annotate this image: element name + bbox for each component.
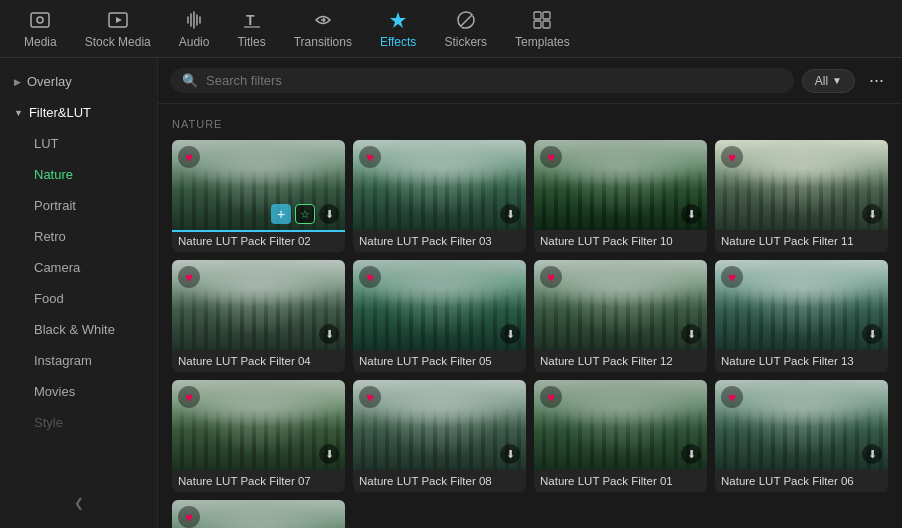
sidebar-item-nature[interactable]: Nature (6, 160, 151, 189)
sidebar-item-instagram[interactable]: Instagram (6, 346, 151, 375)
nav-stock-media[interactable]: Stock Media (71, 3, 165, 55)
titles-icon: T (241, 9, 263, 31)
filter-card-1[interactable]: ♥☆+⬇Nature LUT Pack Filter 02 (172, 140, 345, 252)
download-icon-11[interactable]: ⬇ (681, 444, 701, 464)
filter-card-7[interactable]: ♥⬇Nature LUT Pack Filter 12 (534, 260, 707, 372)
svg-rect-0 (31, 13, 49, 27)
svg-marker-6 (390, 12, 406, 28)
sidebar-collapse-button[interactable]: ❮ (0, 486, 157, 520)
filter-card-10[interactable]: ♥⬇Nature LUT Pack Filter 08 (353, 380, 526, 492)
nav-transitions[interactable]: Transitions (280, 3, 366, 55)
main-body: ▶ Overlay ▼ Filter&LUT LUT Nature Portra… (0, 58, 902, 528)
svg-point-1 (37, 17, 43, 23)
download-icon-7[interactable]: ⬇ (681, 324, 701, 344)
nav-stickers[interactable]: Stickers (430, 3, 501, 55)
effects-icon (387, 9, 409, 31)
filter-thumb-13: ♥⬇ (172, 500, 345, 528)
sidebar-item-retro[interactable]: Retro (6, 222, 151, 251)
more-options-button[interactable]: ··· (863, 68, 890, 93)
filter-thumb-7: ♥⬇ (534, 260, 707, 350)
heart-icon-4[interactable]: ♥ (721, 146, 743, 168)
heart-icon-2[interactable]: ♥ (359, 146, 381, 168)
filter-card-4[interactable]: ♥⬇Nature LUT Pack Filter 11 (715, 140, 888, 252)
heart-icon-6[interactable]: ♥ (359, 266, 381, 288)
heart-icon-1[interactable]: ♥ (178, 146, 200, 168)
filter-card-6[interactable]: ♥⬇Nature LUT Pack Filter 05 (353, 260, 526, 372)
nav-media[interactable]: Media (10, 3, 71, 55)
svg-text:T: T (246, 12, 255, 28)
filter-name-10: Nature LUT Pack Filter 08 (353, 470, 526, 492)
sidebar-item-black-white[interactable]: Black & White (6, 315, 151, 344)
filter-thumb-4: ♥⬇ (715, 140, 888, 230)
filter-name-12: Nature LUT Pack Filter 06 (715, 470, 888, 492)
download-icon-5[interactable]: ⬇ (319, 324, 339, 344)
filter-card-3[interactable]: ♥⬇Nature LUT Pack Filter 10 (534, 140, 707, 252)
download-icon-10[interactable]: ⬇ (500, 444, 520, 464)
sidebar-item-movies[interactable]: Movies (6, 377, 151, 406)
filter-name-11: Nature LUT Pack Filter 01 (534, 470, 707, 492)
section-label: NATURE (172, 118, 888, 130)
stock-media-icon (107, 9, 129, 31)
heart-icon-12[interactable]: ♥ (721, 386, 743, 408)
heart-icon-8[interactable]: ♥ (721, 266, 743, 288)
sidebar-item-food[interactable]: Food (6, 284, 151, 313)
filter-card-11[interactable]: ♥⬇Nature LUT Pack Filter 01 (534, 380, 707, 492)
sidebar-overlay-group[interactable]: ▶ Overlay (0, 66, 157, 97)
filter-card-12[interactable]: ♥⬇Nature LUT Pack Filter 06 (715, 380, 888, 492)
heart-icon-11[interactable]: ♥ (540, 386, 562, 408)
plus-icon-1[interactable]: + (271, 204, 291, 224)
filter-name-3: Nature LUT Pack Filter 10 (534, 230, 707, 252)
download-icon-12[interactable]: ⬇ (862, 444, 882, 464)
sidebar-item-lut[interactable]: LUT (6, 129, 151, 158)
nav-templates[interactable]: Templates (501, 3, 584, 55)
filter-name-2: Nature LUT Pack Filter 03 (353, 230, 526, 252)
heart-icon-7[interactable]: ♥ (540, 266, 562, 288)
filter-all-button[interactable]: All ▼ (802, 69, 855, 93)
download-icon-4[interactable]: ⬇ (862, 204, 882, 224)
filter-name-7: Nature LUT Pack Filter 12 (534, 350, 707, 372)
search-bar: 🔍 All ▼ ··· (158, 58, 902, 104)
sidebar-item-portrait[interactable]: Portrait (6, 191, 151, 220)
svg-rect-10 (543, 21, 550, 28)
heart-icon-10[interactable]: ♥ (359, 386, 381, 408)
filter-card-2[interactable]: ♥⬇Nature LUT Pack Filter 03 (353, 140, 526, 252)
heart-icon-13[interactable]: ♥ (178, 506, 200, 528)
filter-card-9[interactable]: ♥⬇Nature LUT Pack Filter 07 (172, 380, 345, 492)
search-input-wrapper[interactable]: 🔍 (170, 68, 794, 93)
download-icon-6[interactable]: ⬇ (500, 324, 520, 344)
filter-thumb-2: ♥⬇ (353, 140, 526, 230)
audio-icon (183, 9, 205, 31)
sidebar-item-style[interactable]: Style (6, 408, 151, 437)
search-input[interactable] (206, 73, 782, 88)
heart-icon-5[interactable]: ♥ (178, 266, 200, 288)
media-icon (29, 9, 51, 31)
filter-thumb-3: ♥⬇ (534, 140, 707, 230)
filter-thumb-1: ♥☆+⬇ (172, 140, 345, 230)
download-icon-2[interactable]: ⬇ (500, 204, 520, 224)
heart-icon-9[interactable]: ♥ (178, 386, 200, 408)
stickers-icon (455, 9, 477, 31)
download-icon-3[interactable]: ⬇ (681, 204, 701, 224)
star-icon-1[interactable]: ☆ (295, 204, 315, 224)
filter-name-4: Nature LUT Pack Filter 11 (715, 230, 888, 252)
filter-name-1: Nature LUT Pack Filter 02 (172, 230, 345, 252)
download-icon-9[interactable]: ⬇ (319, 444, 339, 464)
svg-marker-3 (116, 17, 122, 23)
filter-thumb-6: ♥⬇ (353, 260, 526, 350)
nav-audio[interactable]: Audio (165, 3, 224, 55)
search-icon: 🔍 (182, 73, 198, 88)
download-icon-1[interactable]: ⬇ (319, 204, 339, 224)
filter-card-8[interactable]: ♥⬇Nature LUT Pack Filter 13 (715, 260, 888, 372)
filter-card-5[interactable]: ♥⬇Nature LUT Pack Filter 04 (172, 260, 345, 372)
nav-titles[interactable]: T Titles (223, 3, 279, 55)
filter-thumb-10: ♥⬇ (353, 380, 526, 470)
download-icon-8[interactable]: ⬇ (862, 324, 882, 344)
filter-card-13[interactable]: ♥⬇Nature LUT Pack Filter 09 (172, 500, 345, 528)
filter-name-5: Nature LUT Pack Filter 04 (172, 350, 345, 372)
heart-icon-3[interactable]: ♥ (540, 146, 562, 168)
nav-effects[interactable]: Effects (366, 3, 430, 55)
content-area: 🔍 All ▼ ··· NATURE ♥☆+⬇Nature LUT Pack F… (158, 58, 902, 528)
sidebar-item-camera[interactable]: Camera (6, 253, 151, 282)
sidebar: ▶ Overlay ▼ Filter&LUT LUT Nature Portra… (0, 58, 158, 528)
sidebar-filter-lut-group[interactable]: ▼ Filter&LUT (0, 97, 157, 128)
